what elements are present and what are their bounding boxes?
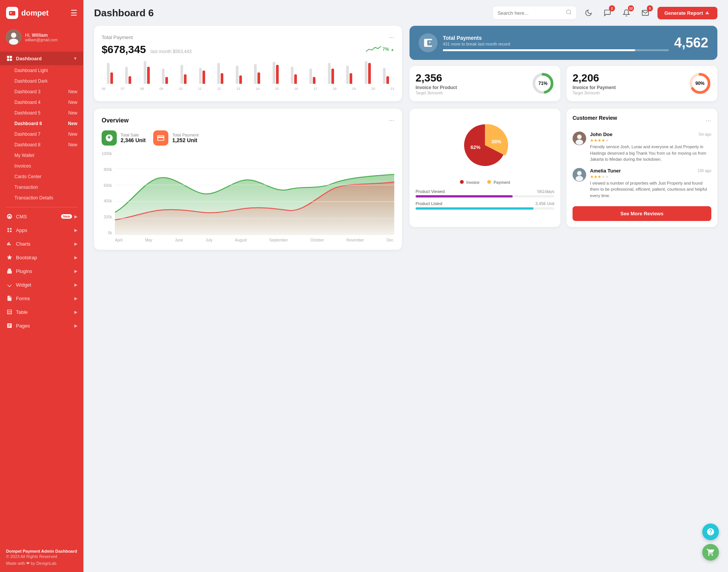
theme-toggle-btn[interactable] [582,6,595,20]
bar-label: 21 [391,87,394,91]
nav-cms[interactable]: CMS New ▶ [0,210,83,223]
svg-point-25 [577,135,582,139]
bar-group [138,59,155,84]
nav-bootstrap-arrow: ▶ [74,255,77,260]
sidebar-item-my-wallet[interactable]: My Wallet [0,150,83,161]
sidebar-item-dashboard-light[interactable]: Dashboard Light [0,65,83,76]
bell-btn[interactable]: 12 [620,6,633,20]
user-email: william@gmail.com [25,38,58,42]
invoice-product-pct: 71% [538,81,548,86]
svg-marker-9 [7,255,12,260]
bar-gray [144,61,146,84]
invoice-payment-card: 2,206 Invoice for Payment Target 3k/mont… [566,66,717,101]
svg-rect-0 [9,11,16,16]
bar-gray [309,69,312,84]
brand-name: dompet [21,9,49,17]
floating-cart-btn[interactable] [702,544,719,561]
payment-trend: 7% ▲ [366,45,394,53]
total-payment-menu[interactable]: ··· [389,33,394,41]
nav-forms-label: Forms [16,296,30,301]
bar-red [331,69,334,84]
bar-label: 06 [102,87,105,91]
stat-sale-value: 2,346 Unit [121,137,146,143]
bar-label: 14 [256,87,259,91]
search-icon [566,9,572,17]
sidebar-item-dashboard-6[interactable]: Dashboard 6 New [0,118,83,129]
product-viewed-value: 561/days [537,189,554,194]
nav-forms-arrow: ▶ [74,296,77,301]
sidebar-item-dashboard-3[interactable]: Dashboard 3 New [0,86,83,97]
chat-btn[interactable]: 2 [601,6,614,20]
sidebar-item-dashboard-5[interactable]: Dashboard 5 New [0,108,83,118]
sidebar-item-transaction[interactable]: Transaction [0,182,83,193]
user-profile: Hi, William william@gmail.com [0,26,83,50]
bar-gray [383,68,386,84]
svg-rect-7 [10,59,12,61]
sidebar-item-dashboard-4[interactable]: Dashboard 4 New [0,97,83,108]
nav-charts[interactable]: Charts ▶ [0,237,83,251]
bar-chart-labels: 06070809101112131415161718192021 [102,85,394,91]
review-stars-1: ★★★★★ [590,174,711,179]
sidebar-item-dashboard-dark[interactable]: Dashboard Dark [0,76,83,86]
topbar: Dashboard 6 2 12 5 Ge [83,0,728,26]
chart-x-labels: AprilMayJuneJuly AugustSeptemberOctoberN… [115,237,394,242]
bar-group [212,59,229,84]
sidebar-item-invoices[interactable]: Invoices [0,161,83,171]
sidebar-item-dashboard-7[interactable]: Dashboard 7 New [0,129,83,139]
apps-icon [6,227,13,234]
nav-forms[interactable]: Forms ▶ [0,291,83,305]
nav-table[interactable]: Table ▶ [0,305,83,319]
message-btn[interactable]: 5 [639,6,652,20]
bar-gray [236,66,238,84]
bar-red [202,71,205,84]
search-input[interactable] [497,10,563,16]
svg-text:38%: 38% [491,139,501,144]
nav-widget[interactable]: Widget ▶ [0,278,83,291]
invoice-payment-pct: 90% [695,81,704,86]
bar-label: 07 [121,87,125,91]
nav-apps[interactable]: Apps ▶ [0,223,83,237]
nav-bootstrap[interactable]: Bootstrap ▶ [0,251,83,264]
blue-value: 4,562 [674,35,708,51]
svg-rect-6 [7,59,9,61]
bar-group [323,59,339,84]
pie-product-row: 62% 38% Invoice Payment [410,109,717,227]
sidebar-item-dashboard-8[interactable]: Dashboard 8 New [0,139,83,150]
payment-bar-chart [102,57,394,84]
footer-copy: © 2023 All Rights Reserved [6,554,77,559]
cms-icon [6,213,13,220]
sidebar-item-cards-center[interactable]: Cards Center [0,171,83,182]
total-payments-blue-card: Total Payments 431 more to break last mo… [410,26,717,60]
invoice-product-donut: 71% [532,72,554,95]
chat-badge: 2 [609,5,615,11]
area-chart-area: 1000k 800k 600k 400k 200k 0k [102,152,394,242]
badge-new-d4: New [68,100,77,105]
invoice-product-count: 2,356 [416,72,457,84]
see-more-reviews-btn[interactable]: See More Reviews [573,206,711,221]
generate-report-btn[interactable]: Generate Report [657,7,717,19]
bar-group [341,59,358,84]
stat-sale-label: Total Sale [121,133,146,137]
reviewer-avatar-0 [573,132,586,145]
nav-pages[interactable]: Pages ▶ [0,319,83,332]
nav-plugins[interactable]: Plugins ▶ [0,264,83,278]
sidebar-item-transaction-details[interactable]: Transaction Details [0,193,83,203]
blue-progress-fill [443,49,635,51]
nav-bootstrap-label: Bootstrap [16,255,37,260]
nav-dashboard[interactable]: Dashboard ▼ [0,52,83,65]
review-menu[interactable]: ··· [706,117,711,125]
hamburger-btn[interactable]: ☰ [71,8,77,17]
bar-label: 15 [275,87,279,91]
floating-support-btn[interactable] [702,523,719,540]
bar-group [304,59,321,84]
overview-menu[interactable]: ··· [389,116,394,124]
bar-red [276,65,279,84]
bar-gray [328,63,331,84]
product-stats: Product Viewed 561/days Product Listed 3… [416,189,554,210]
product-listed-row: Product Listed 3,456 Unit [416,201,554,210]
search-box [493,6,576,19]
area-chart-svg [115,152,394,235]
sidebar-logo: dompet [6,7,49,19]
nav-plugins-arrow: ▶ [74,269,77,274]
svg-point-10 [566,10,571,14]
